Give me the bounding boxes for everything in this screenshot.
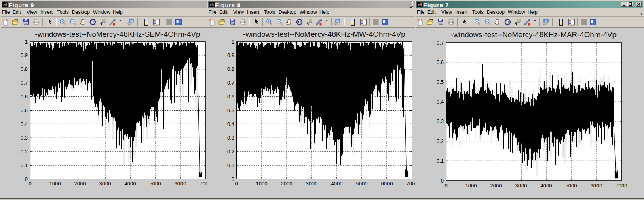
svg-text:0: 0 [232, 176, 234, 182]
svg-text:5000: 5000 [356, 181, 368, 187]
svg-text:4000: 4000 [541, 183, 552, 189]
svg-text:3000: 3000 [306, 181, 318, 187]
svg-text:0.6: 0.6 [21, 94, 28, 100]
svg-text:0.9: 0.9 [21, 52, 28, 58]
svg-text:0.7: 0.7 [437, 40, 444, 46]
svg-text:0.9: 0.9 [227, 52, 234, 58]
svg-text:1: 1 [25, 39, 28, 45]
svg-text:0: 0 [25, 176, 28, 182]
svg-text:0: 0 [444, 183, 447, 189]
svg-text:0.1: 0.1 [437, 158, 444, 164]
svg-text:2000: 2000 [281, 181, 293, 187]
svg-text:0.3: 0.3 [21, 135, 28, 141]
svg-text:0.3: 0.3 [227, 135, 234, 141]
svg-text:0.5: 0.5 [437, 79, 444, 85]
svg-text:0.2: 0.2 [227, 149, 234, 155]
svg-text:5000: 5000 [566, 183, 577, 189]
svg-text:2000: 2000 [490, 183, 502, 189]
svg-text:7000: 7000 [616, 183, 627, 189]
svg-text:6000: 6000 [381, 181, 393, 187]
svg-text:0.1: 0.1 [227, 162, 234, 168]
svg-text:-windows-test--NoMercy-48KHz-M: -windows-test--NoMercy-48KHz-MAR-4Ohm-4V… [451, 30, 617, 39]
svg-text:5000: 5000 [150, 181, 161, 187]
svg-text:0.8: 0.8 [227, 66, 234, 72]
svg-text:0.2: 0.2 [21, 149, 28, 155]
svg-text:0.6: 0.6 [227, 94, 234, 100]
svg-text:1000: 1000 [256, 181, 268, 187]
svg-text:0.7: 0.7 [21, 80, 28, 86]
svg-text:0.4: 0.4 [227, 121, 234, 127]
svg-text:0: 0 [441, 178, 444, 184]
svg-text:6000: 6000 [591, 183, 602, 189]
svg-text:0.2: 0.2 [437, 138, 444, 144]
svg-text:-windows-test--NoMercy-48KHz-M: -windows-test--NoMercy-48KHz-MW-4Ohm-4Vp [243, 30, 405, 38]
svg-text:0.8: 0.8 [21, 66, 28, 72]
svg-text:0.5: 0.5 [21, 107, 28, 113]
svg-text:1000: 1000 [49, 181, 61, 187]
svg-text:-windows-test--NoMercy-48KHz-S: -windows-test--NoMercy-48KHz-SEM-4Ohm-4V… [35, 30, 200, 38]
svg-text:3000: 3000 [515, 183, 527, 189]
svg-text:0.5: 0.5 [227, 107, 234, 113]
svg-text:2000: 2000 [74, 181, 86, 187]
svg-text:1000: 1000 [465, 183, 477, 189]
svg-text:0.4: 0.4 [21, 121, 28, 127]
svg-text:1: 1 [232, 39, 234, 45]
svg-text:0.6: 0.6 [437, 59, 444, 65]
svg-text:0.7: 0.7 [227, 80, 234, 86]
svg-text:0.3: 0.3 [437, 118, 444, 124]
svg-text:0.4: 0.4 [437, 99, 444, 105]
svg-text:0: 0 [28, 181, 31, 187]
svg-text:4000: 4000 [125, 181, 136, 187]
svg-text:3000: 3000 [99, 181, 111, 187]
svg-text:0: 0 [235, 181, 238, 187]
svg-text:0.1: 0.1 [21, 162, 28, 168]
svg-text:4000: 4000 [331, 181, 343, 187]
svg-text:6000: 6000 [175, 181, 186, 187]
